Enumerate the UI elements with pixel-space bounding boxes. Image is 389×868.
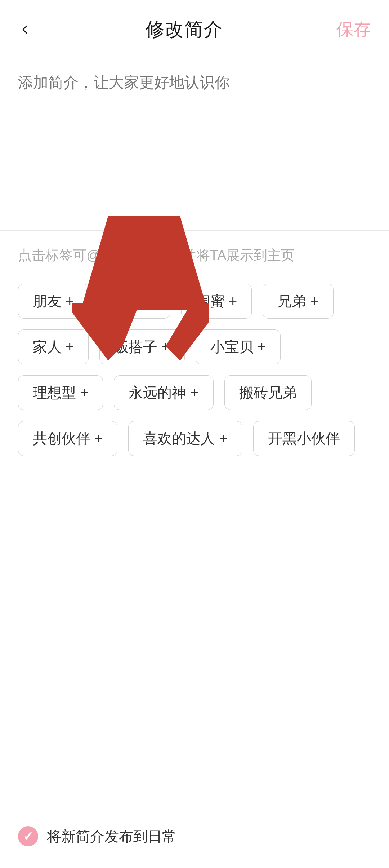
bottom-bar: ✓ 将新简介发布到日常 [0, 826, 389, 846]
tags-hint: 点击标签可@你关心的人，并将TA展示到主页 [18, 245, 371, 266]
header: 修改简介 保存 [0, 0, 389, 56]
save-button[interactable]: 保存 [333, 14, 375, 45]
tags-section: 点击标签可@你关心的人，并将TA展示到主页 朋友 +恋人 +闺蜜 +兄弟 +家人… [0, 231, 389, 470]
publish-checkbox[interactable]: ✓ [18, 826, 38, 846]
tags-grid: 朋友 +恋人 +闺蜜 +兄弟 +家人 +饭搭子 +小宝贝 +理想型 +永远的神 … [18, 284, 371, 456]
tag-item[interactable]: 兄弟 + [263, 284, 333, 319]
bio-section [0, 56, 389, 231]
tag-item[interactable]: 饭搭子 + [99, 329, 184, 364]
tag-item[interactable]: 理想型 + [18, 375, 103, 410]
back-button[interactable] [14, 19, 36, 40]
tag-item[interactable]: 家人 + [18, 329, 89, 364]
tag-item[interactable]: 共创伙伴 + [18, 421, 117, 456]
bio-input[interactable] [18, 70, 371, 214]
check-icon: ✓ [23, 830, 33, 842]
tag-item[interactable]: 永远的神 + [114, 375, 213, 410]
tag-item[interactable]: 朋友 + [18, 284, 89, 319]
tag-item[interactable]: 恋人 + [99, 284, 170, 319]
tag-item[interactable]: 闺蜜 + [181, 284, 252, 319]
publish-label: 将新简介发布到日常 [47, 827, 176, 846]
tag-item[interactable]: 小宝贝 + [196, 329, 281, 364]
tag-item[interactable]: 搬砖兄弟 [224, 375, 312, 410]
tag-item[interactable]: 喜欢的达人 + [128, 421, 242, 456]
page-title: 修改简介 [146, 17, 223, 42]
tag-item[interactable]: 开黑小伙伴 [253, 421, 355, 456]
